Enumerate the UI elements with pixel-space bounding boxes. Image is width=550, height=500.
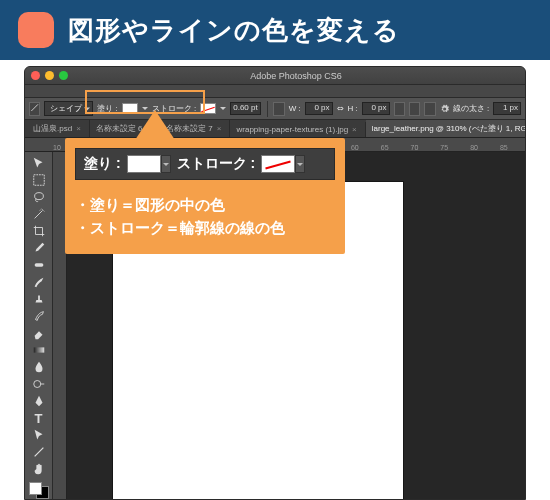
callout-stroke-swatch xyxy=(261,155,295,173)
close-tab-icon[interactable]: × xyxy=(76,124,81,133)
document-tab[interactable]: wrapping-paper-textures (1).jpg× xyxy=(230,122,365,137)
healing-brush-tool-icon[interactable] xyxy=(29,258,49,273)
tools-panel: T xyxy=(25,152,53,499)
svg-rect-3 xyxy=(34,264,43,268)
document-tab[interactable]: large_leather.png @ 310% (べた塗り 1, RGB/8)… xyxy=(366,120,525,137)
ruler-tick: 80 xyxy=(470,144,478,151)
fill-label: 塗り : xyxy=(97,103,117,114)
header-title: 図形やラインの色を変える xyxy=(68,13,400,48)
path-operations-dropdown[interactable] xyxy=(394,102,405,116)
h-label: H : xyxy=(348,104,358,113)
minimize-icon[interactable] xyxy=(45,71,54,80)
options-bar: シェイプ 塗り : ストローク : 0.60 pt W : 0 px ⇔ H :… xyxy=(25,98,525,120)
ruler-tick: 85 xyxy=(500,144,508,151)
svg-rect-4 xyxy=(33,348,44,353)
maximize-icon[interactable] xyxy=(59,71,68,80)
foreground-background-swatch[interactable] xyxy=(29,482,49,499)
line-weight-field[interactable]: 1 px xyxy=(493,102,521,115)
eraser-tool-icon[interactable] xyxy=(29,326,49,341)
callout-stroke-label: ストローク : xyxy=(177,155,256,173)
svg-rect-1 xyxy=(33,175,44,186)
eyedropper-tool-icon[interactable] xyxy=(29,241,49,256)
window-titlebar: Adobe Photoshop CS6 xyxy=(25,67,525,85)
pen-tool-icon[interactable] xyxy=(29,394,49,409)
stroke-width-field[interactable]: 0.60 pt xyxy=(230,102,260,115)
svg-line-6 xyxy=(34,448,43,457)
ruler-tick: 70 xyxy=(411,144,419,151)
lasso-tool-icon[interactable] xyxy=(29,190,49,205)
ruler-tick: 65 xyxy=(381,144,389,151)
photoshop-window: Adobe Photoshop CS6 シェイプ 塗り : ストローク : 0.… xyxy=(24,66,526,500)
crop-tool-icon[interactable] xyxy=(29,224,49,239)
gradient-tool-icon[interactable] xyxy=(29,343,49,358)
stroke-swatch[interactable] xyxy=(200,103,216,114)
stroke-style-dropdown[interactable] xyxy=(273,102,284,116)
app-title: Adobe Photoshop CS6 xyxy=(73,71,519,81)
clone-stamp-tool-icon[interactable] xyxy=(29,292,49,307)
line-tool-icon[interactable] xyxy=(29,102,40,116)
path-align-dropdown[interactable] xyxy=(409,102,420,116)
shape-mode-dropdown[interactable]: シェイプ xyxy=(44,101,93,116)
svg-point-5 xyxy=(33,381,40,388)
menu-bar[interactable] xyxy=(25,85,525,98)
separator xyxy=(267,101,268,117)
link-wh-icon[interactable]: ⇔ xyxy=(337,104,344,113)
close-icon[interactable] xyxy=(31,71,40,80)
ruler-tick: 75 xyxy=(440,144,448,151)
width-field[interactable]: 0 px xyxy=(305,102,333,115)
history-brush-tool-icon[interactable] xyxy=(29,309,49,324)
callout-stroke-dropdown xyxy=(295,155,305,173)
callout-note-2: ・ストローク＝輪郭線の線の色 xyxy=(75,217,335,240)
callout-notes: ・塗り＝図形の中の色 ・ストローク＝輪郭線の線の色 xyxy=(75,194,335,240)
document-tabs: 山温泉.psd×名称未設定 6×名称未設定 7×wrapping-paper-t… xyxy=(25,120,525,138)
callout-fill-dropdown xyxy=(161,155,171,173)
shape-tool-icon[interactable] xyxy=(29,445,49,460)
callout-body: 塗り : ストローク : ・塗り＝図形の中の色 ・ストローク＝輪郭線の線の色 xyxy=(65,138,345,254)
path-arrange-dropdown[interactable] xyxy=(424,102,435,116)
tutorial-header: 図形やラインの色を変える xyxy=(0,0,550,60)
callout-arrow-icon xyxy=(135,110,175,140)
close-tab-icon[interactable]: × xyxy=(217,124,222,133)
path-selection-tool-icon[interactable] xyxy=(29,428,49,443)
marquee-tool-icon[interactable] xyxy=(29,173,49,188)
move-tool-icon[interactable] xyxy=(29,156,49,171)
callout-zoom-panel: 塗り : ストローク : xyxy=(75,148,335,180)
close-tab-icon[interactable]: × xyxy=(352,125,357,134)
line-weight-label: 線の太さ : xyxy=(453,103,489,114)
stroke-swatch-dropdown[interactable] xyxy=(220,107,226,113)
callout-fill-swatch xyxy=(127,155,161,173)
svg-line-0 xyxy=(31,104,38,111)
callout: 塗り : ストローク : ・塗り＝図形の中の色 ・ストローク＝輪郭線の線の色 xyxy=(65,138,345,254)
callout-fill-label: 塗り : xyxy=(84,155,121,173)
magic-wand-tool-icon[interactable] xyxy=(29,207,49,222)
header-bullet-icon xyxy=(18,12,54,48)
stage: Adobe Photoshop CS6 シェイプ 塗り : ストローク : 0.… xyxy=(0,60,550,500)
ruler-tick: 10 xyxy=(53,144,61,151)
document-tab[interactable]: 山温泉.psd× xyxy=(27,120,90,137)
hand-tool-icon[interactable] xyxy=(29,461,49,476)
type-tool-icon[interactable]: T xyxy=(29,411,49,426)
ruler-tick: 60 xyxy=(351,144,359,151)
callout-note-1: ・塗り＝図形の中の色 xyxy=(75,194,335,217)
brush-tool-icon[interactable] xyxy=(29,275,49,290)
w-label: W : xyxy=(289,104,301,113)
height-field[interactable]: 0 px xyxy=(362,102,390,115)
blur-tool-icon[interactable] xyxy=(29,360,49,375)
gear-icon[interactable] xyxy=(440,103,449,115)
dodge-tool-icon[interactable] xyxy=(29,377,49,392)
